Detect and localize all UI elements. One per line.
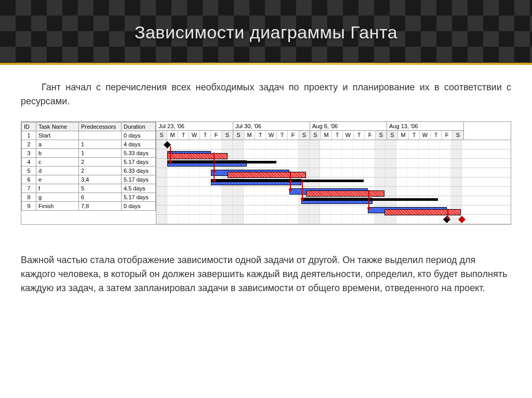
gantt-chart: ID Task Name Predecessors Duration 1 Sta… <box>21 121 511 225</box>
cell-name: e <box>36 175 79 184</box>
day-cell: T <box>332 131 343 140</box>
cell-dur: 0 days <box>122 131 156 140</box>
day-cell: S <box>222 131 233 140</box>
day-cell: S <box>310 131 321 140</box>
cell-id: 5 <box>22 167 36 175</box>
cell-name: g <box>36 193 79 202</box>
cell-pred: 1 <box>79 149 122 158</box>
slide-content: Гант начал с перечисления всех необходим… <box>0 65 532 398</box>
arrow-icon <box>367 208 371 211</box>
col-header-pred: Predecessors <box>79 122 122 131</box>
gantt-bar <box>167 161 276 163</box>
timeline-header: Jul 23, '06SMTWTFSJul 30, '06SMTWTFSAug … <box>156 122 511 140</box>
day-cell: M <box>244 131 255 140</box>
day-cell: T <box>178 131 189 140</box>
cell-pred: 7,8 <box>79 202 122 211</box>
cell-name: f <box>36 184 79 193</box>
week-label: Jul 23, '06 <box>156 122 233 131</box>
arrow-icon <box>168 152 172 155</box>
cell-pred: 3,4 <box>79 175 122 184</box>
task-table-panel: ID Task Name Predecessors Duration 1 Sta… <box>21 122 156 224</box>
chart-area <box>156 140 511 224</box>
cell-id: 4 <box>22 158 36 167</box>
table-row: 2 a 1 4 days <box>22 140 156 149</box>
cell-id: 6 <box>22 175 36 184</box>
table-row: 8 g 6 5.17 days <box>22 193 156 202</box>
cell-id: 2 <box>22 140 36 149</box>
chart-row <box>156 177 511 187</box>
week-label: Aug 13, '06 <box>387 122 463 131</box>
cell-id: 8 <box>22 193 36 202</box>
cell-name: Start <box>36 131 79 140</box>
chart-row <box>156 149 511 159</box>
day-cell: F <box>288 131 299 140</box>
day-cell: F <box>211 131 222 140</box>
chart-row <box>156 187 511 196</box>
cell-pred: 6 <box>79 193 122 202</box>
day-cell: F <box>365 131 376 140</box>
cell-dur: 5.17 days <box>122 175 156 184</box>
table-row: 3 b 1 5.33 days <box>22 149 156 158</box>
gantt-bar <box>301 198 438 201</box>
milestone-icon <box>458 216 466 223</box>
chart-row <box>156 159 511 168</box>
cell-dur: 0 days <box>122 202 156 211</box>
cell-name: a <box>36 140 79 149</box>
day-cell: F <box>442 131 453 140</box>
day-cell: T <box>409 131 420 140</box>
day-cell: W <box>266 131 277 140</box>
milestone-icon <box>164 141 171 148</box>
intro-paragraph: Гант начал с перечисления всех необходим… <box>21 80 511 108</box>
day-cell: T <box>431 131 442 140</box>
day-cell: T <box>200 131 211 140</box>
cell-pred <box>79 131 122 140</box>
arrow-icon <box>446 217 450 220</box>
table-row: 9 Finish 7,8 0 days <box>22 202 156 211</box>
slide-title: Зависимости диаграммы Ганта <box>135 22 397 43</box>
cell-dur: 5.33 days <box>122 149 156 158</box>
arrow-icon <box>212 170 216 173</box>
day-cell: M <box>167 131 178 140</box>
week-group: Aug 6, '06SMTWTFS <box>310 122 387 140</box>
cell-id: 1 <box>22 131 36 140</box>
day-cell: S <box>233 131 244 140</box>
day-cell: S <box>376 131 387 140</box>
week-label: Jul 30, '06 <box>233 122 310 131</box>
table-row: 5 d 2 6.33 days <box>22 167 156 175</box>
chart-row <box>156 168 511 177</box>
cell-id: 7 <box>22 184 36 193</box>
day-cell: W <box>343 131 354 140</box>
chart-row <box>156 140 511 149</box>
col-header-dur: Duration <box>122 122 156 131</box>
arrow-icon <box>300 198 304 201</box>
day-cell: T <box>255 131 266 140</box>
cell-dur: 4 days <box>122 140 156 149</box>
col-header-name: Task Name <box>36 122 79 131</box>
cell-dur: 5.17 days <box>122 193 156 202</box>
cell-pred: 5 <box>79 184 122 193</box>
cell-dur: 6.33 days <box>122 167 156 175</box>
day-cell: M <box>398 131 409 140</box>
cell-name: b <box>36 149 79 158</box>
day-cell: S <box>299 131 310 140</box>
gantt-bar <box>211 180 364 182</box>
cell-dur: 4.5 days <box>122 184 156 193</box>
cell-dur: 5.17 days <box>122 158 156 167</box>
chart-row <box>156 196 511 205</box>
timeline-panel: Jul 23, '06SMTWTFSJul 30, '06SMTWTFSAug … <box>156 122 511 224</box>
day-cell: T <box>277 131 288 140</box>
day-cell: T <box>354 131 365 140</box>
week-group: Aug 13, '06SMTWTFS <box>387 122 464 140</box>
table-row: 1 Start 0 days <box>22 131 156 140</box>
day-cell: S <box>453 131 463 140</box>
cell-pred: 1 <box>79 140 122 149</box>
table-row: 7 f 5 4.5 days <box>22 184 156 193</box>
cell-id: 3 <box>22 149 36 158</box>
task-table: ID Task Name Predecessors Duration 1 Sta… <box>21 122 156 211</box>
arrow-icon <box>212 180 216 183</box>
week-group: Jul 30, '06SMTWTFS <box>233 122 310 140</box>
cell-id: 9 <box>22 202 36 211</box>
day-cell: S <box>387 131 398 140</box>
table-row: 4 c 2 5.17 days <box>22 158 156 167</box>
day-cell: W <box>420 131 431 140</box>
